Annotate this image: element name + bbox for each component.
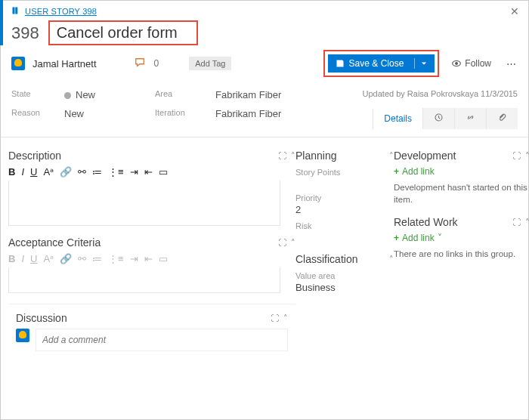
expand-icon[interactable]: ⛶	[271, 313, 279, 323]
avatar	[11, 57, 25, 70]
plus-icon: +	[394, 166, 399, 177]
state-label: State	[11, 89, 64, 100]
area-label: Area	[155, 89, 215, 100]
state-value[interactable]: New	[64, 89, 155, 100]
tab-details[interactable]: Details	[373, 109, 422, 130]
plus-icon: +	[394, 233, 399, 243]
iteration-value[interactable]: Fabrikam Fiber	[215, 108, 336, 129]
tab-attachments[interactable]	[486, 108, 518, 129]
history-icon	[434, 113, 444, 122]
description-editor[interactable]	[8, 181, 280, 226]
section-description: Description	[8, 150, 61, 162]
updated-text: Updated by Raisa Pokrovskaya 11/3/2015	[336, 89, 518, 100]
section-related: Related Work	[394, 216, 458, 228]
risk-label: Risk	[295, 221, 394, 230]
assigned-user[interactable]: Jamal Hartnett	[32, 58, 97, 69]
section-acceptance: Acceptance Criteria	[8, 236, 101, 249]
expand-icon[interactable]: ⛶	[278, 238, 286, 248]
work-item-stripe	[0, 0, 3, 45]
description-toolbar[interactable]: BIUAᵃ🔗⚯ ≔⋮≡⇥⇤▭	[8, 166, 295, 178]
chevron-up-icon[interactable]: ˄	[525, 151, 529, 161]
value-area-value[interactable]: Business	[295, 282, 394, 293]
discussion-icon[interactable]	[135, 57, 145, 70]
link-icon	[466, 113, 475, 122]
iteration-label: Iteration	[155, 108, 215, 129]
title-input[interactable]	[51, 22, 195, 44]
story-points-label: Story Points	[295, 168, 394, 177]
title-highlight	[48, 20, 198, 45]
reason-label: Reason	[11, 108, 64, 129]
svg-rect-1	[15, 7, 17, 14]
chevron-down-icon: ˅	[438, 233, 442, 243]
related-empty-text: There are no links in this group.	[394, 248, 529, 260]
user-story-icon	[11, 6, 20, 17]
area-value[interactable]: Fabrikam Fiber	[215, 89, 336, 100]
add-tag-button[interactable]: Add Tag	[189, 57, 231, 70]
section-classification: Classification	[295, 253, 357, 265]
expand-icon[interactable]: ⛶	[512, 151, 521, 161]
related-add-link[interactable]: + Add link ˅	[394, 233, 529, 243]
priority-value[interactable]: 2	[295, 204, 394, 215]
avatar	[16, 329, 29, 342]
svg-rect-0	[13, 7, 15, 14]
attachment-icon	[497, 113, 507, 122]
value-area-label: Value area	[295, 271, 394, 280]
save-icon	[336, 59, 345, 68]
chevron-up-icon[interactable]: ˄	[283, 313, 288, 323]
expand-icon[interactable]: ⛶	[512, 218, 521, 227]
acceptance-editor[interactable]	[8, 267, 280, 293]
acceptance-toolbar[interactable]: BIUAᵃ🔗⚯ ≔⋮≡⇥⇤▭	[8, 253, 295, 264]
chevron-up-icon[interactable]: ˄	[525, 218, 529, 227]
save-highlight: Save & Close	[323, 50, 440, 77]
save-close-button[interactable]: Save & Close	[328, 54, 435, 73]
expand-icon[interactable]: ⛶	[278, 151, 286, 161]
reason-value[interactable]: New	[64, 108, 155, 129]
tab-history[interactable]	[422, 108, 454, 129]
comment-input[interactable]	[36, 329, 288, 351]
tab-links[interactable]	[454, 108, 486, 129]
follow-button[interactable]: Follow	[451, 58, 491, 69]
comment-count: 0	[154, 58, 159, 69]
save-label: Save & Close	[349, 58, 404, 69]
section-planning: Planning	[295, 150, 337, 162]
eye-icon	[451, 58, 462, 69]
dev-add-link[interactable]: + Add link	[394, 166, 529, 177]
section-development: Development	[394, 150, 456, 162]
chevron-down-icon[interactable]	[414, 58, 427, 69]
close-icon[interactable]: ✕	[510, 5, 519, 17]
priority-label: Priority	[295, 193, 394, 202]
section-discussion: Discussion	[16, 312, 67, 324]
dev-empty-text: Development hasn't started on this item.	[394, 181, 529, 205]
work-item-id: 398	[11, 23, 39, 43]
svg-point-3	[456, 63, 458, 65]
more-menu[interactable]: ⋯	[506, 58, 518, 69]
work-item-link[interactable]: USER STORY 398	[25, 7, 97, 16]
